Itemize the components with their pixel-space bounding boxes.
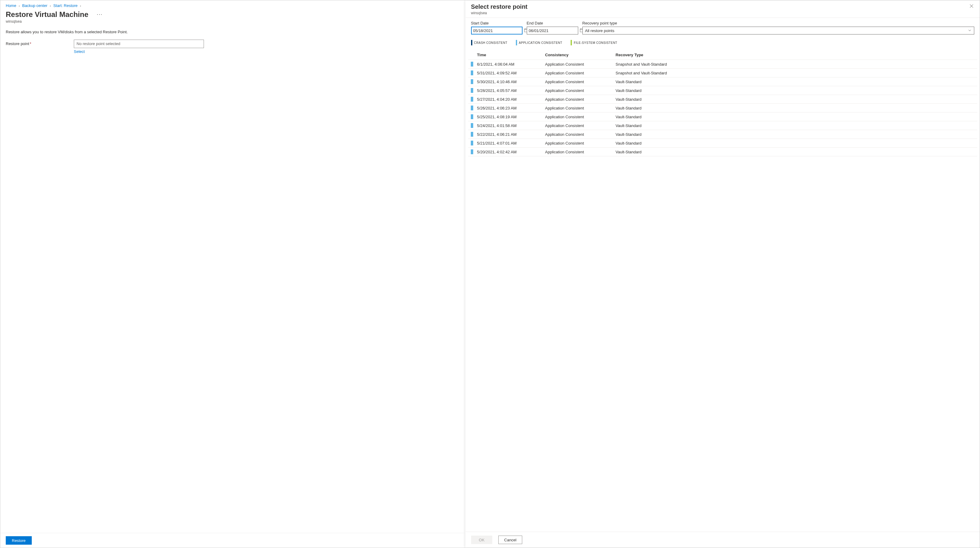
cell-consistency: Application Consistent bbox=[545, 97, 616, 102]
consistency-bar-icon bbox=[471, 97, 473, 102]
table-row[interactable]: 5/26/2021, 4:06:23 AMApplication Consist… bbox=[468, 104, 977, 113]
consistency-bar-icon bbox=[471, 88, 473, 93]
cell-time: 5/21/2021, 4:07:01 AM bbox=[475, 141, 545, 146]
consistency-bar-icon bbox=[471, 149, 473, 154]
consistency-bar-icon bbox=[471, 106, 473, 110]
cell-time: 5/30/2021, 4:10:46 AM bbox=[475, 79, 545, 84]
consistency-bar-icon bbox=[471, 79, 473, 84]
legend-bar-icon bbox=[516, 40, 517, 45]
cell-consistency: Application Consistent bbox=[545, 106, 616, 110]
panel-title: Select restore point bbox=[471, 3, 528, 10]
cell-recovery-type: Vault-Standard bbox=[616, 114, 977, 119]
consistency-bar-icon bbox=[471, 123, 473, 128]
restore-point-input[interactable]: No restore point selected bbox=[74, 40, 204, 48]
page-description: Restore allows you to restore VM/disks f… bbox=[0, 25, 465, 40]
cell-consistency: Application Consistent bbox=[545, 141, 616, 146]
page-title: Restore Virtual Machine bbox=[6, 10, 88, 19]
cell-consistency: Application Consistent bbox=[545, 79, 616, 84]
recovery-point-type-value: All restore points bbox=[585, 29, 614, 33]
end-date-field[interactable] bbox=[527, 27, 578, 35]
cell-time: 5/25/2021, 4:08:19 AM bbox=[475, 114, 545, 119]
recovery-point-type-label: Recovery point type bbox=[582, 21, 974, 25]
legend-bar-icon bbox=[571, 40, 572, 45]
start-date-input[interactable] bbox=[473, 29, 524, 33]
start-date-label: Start Date bbox=[471, 21, 522, 25]
page-resource-name: winsqlsea bbox=[6, 19, 460, 24]
table-row[interactable]: 5/27/2021, 4:04:20 AMApplication Consist… bbox=[468, 95, 977, 104]
cell-recovery-type: Vault-Standard bbox=[616, 106, 977, 110]
consistency-bar-icon bbox=[471, 114, 473, 119]
cell-recovery-type: Vault-Standard bbox=[616, 123, 977, 128]
cell-recovery-type: Vault-Standard bbox=[616, 79, 977, 84]
legend-crash-consistent: CRASH CONSISTENT bbox=[471, 40, 508, 45]
table-header: Time Consistency Recovery Type bbox=[468, 50, 977, 60]
cell-recovery-type: Snapshot and Vault-Standard bbox=[616, 71, 977, 75]
consistency-legend: CRASH CONSISTENT APPLICATION CONSISTENT … bbox=[466, 35, 980, 47]
chevron-right-icon: › bbox=[79, 4, 82, 8]
ok-button: OK bbox=[471, 535, 493, 544]
legend-application-consistent: APPLICATION CONSISTENT bbox=[516, 40, 562, 45]
table-row[interactable]: 5/21/2021, 4:07:01 AMApplication Consist… bbox=[468, 139, 977, 148]
legend-bar-icon bbox=[471, 40, 472, 45]
recovery-point-type-select[interactable]: All restore points bbox=[582, 27, 974, 35]
cell-time: 5/24/2021, 4:01:58 AM bbox=[475, 123, 545, 128]
cell-time: 5/22/2021, 4:06:21 AM bbox=[475, 132, 545, 137]
cell-consistency: Application Consistent bbox=[545, 62, 616, 67]
restore-button[interactable]: Restore bbox=[6, 536, 32, 545]
chevron-right-icon: › bbox=[48, 4, 52, 8]
restore-point-label: Restore point* bbox=[6, 40, 74, 46]
cell-recovery-type: Vault-Standard bbox=[616, 132, 977, 137]
consistency-bar-icon bbox=[471, 70, 473, 75]
table-row[interactable]: 5/28/2021, 4:05:57 AMApplication Consist… bbox=[468, 86, 977, 95]
cell-time: 5/20/2021, 4:02:42 AM bbox=[475, 150, 545, 154]
cell-time: 5/28/2021, 4:05:57 AM bbox=[475, 88, 545, 93]
cell-recovery-type: Vault-Standard bbox=[616, 150, 977, 154]
cell-time: 5/26/2021, 4:06:23 AM bbox=[475, 106, 545, 110]
panel-resource-name: winsqlsea bbox=[471, 11, 528, 15]
cell-time: 5/27/2021, 4:04:20 AM bbox=[475, 97, 545, 102]
table-row[interactable]: 5/24/2021, 4:01:58 AMApplication Consist… bbox=[468, 121, 977, 130]
table-row[interactable]: 5/31/2021, 4:09:52 AMApplication Consist… bbox=[468, 69, 977, 78]
cancel-button[interactable]: Cancel bbox=[498, 535, 522, 544]
select-restore-point-link[interactable]: Select bbox=[74, 49, 85, 54]
table-row[interactable]: 5/30/2021, 4:10:46 AMApplication Consist… bbox=[468, 78, 977, 86]
col-header-time[interactable]: Time bbox=[475, 52, 545, 57]
cell-consistency: Application Consistent bbox=[545, 88, 616, 93]
table-row[interactable]: 5/20/2021, 4:02:42 AMApplication Consist… bbox=[468, 148, 977, 156]
consistency-bar-icon bbox=[471, 141, 473, 146]
cell-time: 5/31/2021, 4:09:52 AM bbox=[475, 71, 545, 75]
table-row[interactable]: 5/25/2021, 4:08:19 AMApplication Consist… bbox=[468, 113, 977, 121]
cell-consistency: Application Consistent bbox=[545, 71, 616, 75]
chevron-right-icon: › bbox=[18, 4, 21, 8]
cell-consistency: Application Consistent bbox=[545, 132, 616, 137]
breadcrumb: Home › Backup center › Start: Restore › bbox=[0, 0, 465, 10]
cell-consistency: Application Consistent bbox=[545, 114, 616, 119]
col-header-consistency[interactable]: Consistency bbox=[545, 52, 616, 57]
chevron-down-icon bbox=[968, 29, 972, 33]
breadcrumb-backup-center[interactable]: Backup center bbox=[22, 3, 47, 8]
breadcrumb-start-restore[interactable]: Start: Restore bbox=[53, 3, 78, 8]
cell-consistency: Application Consistent bbox=[545, 150, 616, 154]
col-header-recovery-type[interactable]: Recovery Type bbox=[616, 52, 977, 57]
start-date-field[interactable] bbox=[471, 27, 522, 35]
cell-recovery-type: Vault-Standard bbox=[616, 88, 977, 93]
cell-time: 6/1/2021, 4:06:04 AM bbox=[475, 62, 545, 67]
table-row[interactable]: 6/1/2021, 4:06:04 AMApplication Consiste… bbox=[468, 60, 977, 69]
cell-recovery-type: Vault-Standard bbox=[616, 97, 977, 102]
close-icon bbox=[969, 5, 974, 9]
end-date-label: End Date bbox=[527, 21, 578, 25]
breadcrumb-home[interactable]: Home bbox=[6, 3, 16, 8]
legend-file-system-consistent: FILE-SYSTEM CONSISTENT bbox=[571, 40, 617, 45]
cell-recovery-type: Vault-Standard bbox=[616, 141, 977, 146]
end-date-input[interactable] bbox=[529, 29, 580, 33]
consistency-bar-icon bbox=[471, 62, 473, 67]
cell-consistency: Application Consistent bbox=[545, 123, 616, 128]
consistency-bar-icon bbox=[471, 132, 473, 137]
close-button[interactable] bbox=[969, 3, 974, 10]
table-row[interactable]: 5/22/2021, 4:06:21 AMApplication Consist… bbox=[468, 130, 977, 139]
cell-recovery-type: Snapshot and Vault-Standard bbox=[616, 62, 977, 67]
more-actions-button[interactable]: ··· bbox=[97, 12, 103, 17]
